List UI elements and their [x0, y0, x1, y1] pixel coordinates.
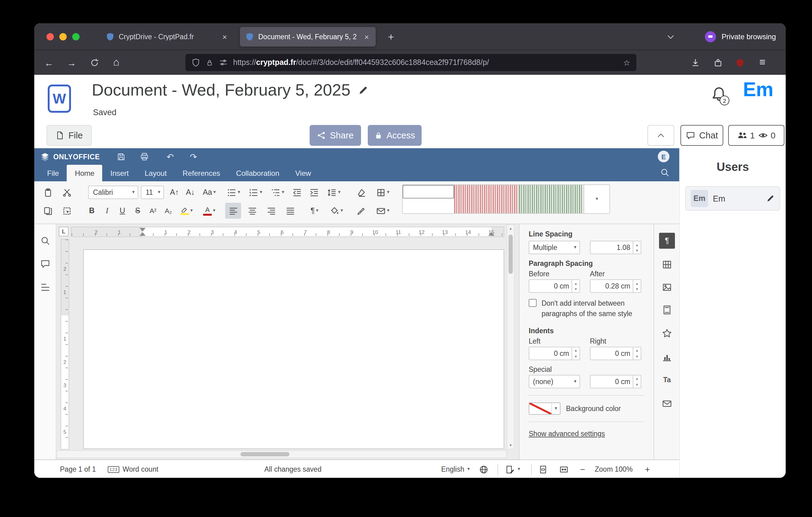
- menu-tab-insert[interactable]: Insert: [103, 165, 137, 181]
- align-left-button[interactable]: [225, 203, 241, 219]
- bold-button[interactable]: B: [84, 203, 100, 219]
- style-preview-normal[interactable]: [403, 185, 454, 198]
- menu-tab-home[interactable]: Home: [67, 165, 103, 181]
- undo-button[interactable]: ↶: [162, 150, 178, 163]
- share-button[interactable]: Share: [310, 125, 361, 146]
- change-case-button[interactable]: Aa▾: [198, 184, 220, 200]
- indent-right-spinner[interactable]: 0 cm▴▾: [590, 346, 641, 360]
- page-indicator[interactable]: Page 1 of 1: [60, 460, 96, 478]
- scroll-down-icon[interactable]: ▾: [507, 442, 514, 449]
- caret-down-icon[interactable]: ▾: [551, 403, 560, 414]
- spin-down-icon[interactable]: ▾: [636, 381, 638, 387]
- image-settings-icon[interactable]: [659, 279, 675, 295]
- file-menu-button[interactable]: File: [47, 125, 92, 146]
- menu-tab-layout[interactable]: Layout: [137, 165, 175, 181]
- increase-font-button[interactable]: A↑: [167, 184, 182, 200]
- strikethrough-button[interactable]: S: [130, 203, 146, 219]
- mail-merge-settings-icon[interactable]: [659, 396, 675, 412]
- underline-button[interactable]: U: [114, 203, 130, 219]
- horizontal-ruler[interactable]: 21123456789101112131415: [71, 227, 504, 237]
- tab-close-icon[interactable]: ×: [221, 32, 228, 42]
- navigation-headings-icon[interactable]: [40, 282, 50, 292]
- bookmark-star-icon[interactable]: ☆: [623, 58, 630, 67]
- vertical-ruler[interactable]: 21123456: [61, 239, 69, 450]
- user-list-item[interactable]: Em Em: [685, 186, 780, 211]
- shape-settings-icon[interactable]: [659, 325, 675, 341]
- track-changes-button[interactable]: ▾: [505, 460, 520, 478]
- spin-up-icon[interactable]: ▴: [636, 348, 638, 353]
- access-button[interactable]: Access: [368, 125, 422, 146]
- url-bar[interactable]: https://cryptpad.fr/doc/#/3/doc/edit/ff0…: [185, 54, 636, 71]
- spin-down-icon[interactable]: ▾: [575, 286, 577, 292]
- scroll-up-icon[interactable]: ▴: [507, 225, 514, 232]
- decrease-font-button[interactable]: A↓: [182, 184, 198, 200]
- align-center-button[interactable]: [244, 203, 260, 219]
- vertical-scrollbar[interactable]: ▴ ▾: [507, 224, 515, 450]
- spin-down-icon[interactable]: ▾: [636, 247, 638, 253]
- window-maximize-button[interactable]: [72, 33, 80, 40]
- advanced-settings-link[interactable]: Show advanced settings: [529, 430, 605, 437]
- menu-tab-references[interactable]: References: [175, 165, 228, 181]
- editor-search-icon[interactable]: [660, 168, 669, 177]
- line-spacing-spinner[interactable]: 1.08▴▾: [590, 241, 641, 254]
- spin-up-icon[interactable]: ▴: [575, 348, 577, 353]
- bullets-button[interactable]: ▾: [223, 184, 245, 200]
- spacing-before-spinner[interactable]: 0 cm▴▾: [529, 279, 580, 293]
- tracking-protection-shield-icon[interactable]: [192, 58, 200, 67]
- vertical-scroll-thumb[interactable]: [509, 235, 513, 274]
- menu-tab-view[interactable]: View: [287, 165, 319, 181]
- collaborator-avatar[interactable]: E: [658, 151, 669, 162]
- ublock-icon[interactable]: [731, 54, 748, 71]
- left-indent-marker[interactable]: [140, 232, 146, 236]
- new-tab-button[interactable]: +: [383, 29, 399, 45]
- reload-button[interactable]: [86, 54, 103, 71]
- copy-style-button[interactable]: [353, 203, 369, 219]
- collapse-toolbar-button[interactable]: [647, 125, 674, 146]
- save-button[interactable]: [113, 150, 129, 163]
- extensions-puzzle-icon[interactable]: [709, 54, 726, 71]
- spin-up-icon[interactable]: ▴: [575, 280, 577, 286]
- font-color-button[interactable]: A▾: [198, 203, 220, 219]
- edit-title-pencil-icon[interactable]: [358, 85, 368, 96]
- window-minimize-button[interactable]: [59, 33, 67, 40]
- home-button[interactable]: ⌂: [108, 54, 125, 71]
- copy-button[interactable]: [40, 203, 56, 219]
- text-art-settings-icon[interactable]: Ta: [659, 372, 675, 388]
- participants-indicator[interactable]: 1 0: [728, 125, 784, 146]
- chart-settings-icon[interactable]: [659, 349, 675, 365]
- fit-width-button[interactable]: [559, 460, 569, 478]
- menu-tab-collaboration[interactable]: Collaboration: [228, 165, 287, 181]
- horizontal-scrollbar[interactable]: [56, 450, 507, 458]
- line-spacing-button[interactable]: ▾: [323, 184, 345, 200]
- word-count-button[interactable]: 123Word count: [108, 460, 158, 478]
- first-line-indent-marker[interactable]: [140, 228, 146, 232]
- tab-document[interactable]: Document - Wed, February 5, 2 ×: [240, 27, 376, 47]
- style-preview-heading[interactable]: [519, 185, 584, 213]
- list-all-tabs-icon[interactable]: [667, 32, 675, 41]
- chat-button[interactable]: Chat: [680, 125, 723, 146]
- tab-close-icon[interactable]: ×: [363, 32, 370, 42]
- nonprinting-characters-button[interactable]: ¶▾: [303, 203, 325, 219]
- zoom-level[interactable]: Zoom 100%: [595, 460, 633, 478]
- comments-icon[interactable]: [40, 259, 50, 269]
- superscript-button[interactable]: A²: [145, 203, 161, 219]
- multilevel-list-button[interactable]: ▾: [267, 184, 289, 200]
- forward-button[interactable]: →: [63, 54, 80, 71]
- italic-button[interactable]: I: [99, 203, 115, 219]
- redo-button[interactable]: ↷: [185, 150, 201, 163]
- decrease-indent-button[interactable]: [289, 184, 305, 200]
- horizontal-scroll-thumb[interactable]: [240, 452, 289, 456]
- special-indent-select[interactable]: (none)▾: [529, 375, 580, 388]
- background-color-picker[interactable]: ▾: [529, 402, 560, 414]
- print-button[interactable]: [137, 150, 152, 163]
- hamburger-menu-icon[interactable]: ≡: [754, 54, 771, 71]
- spellcheck-globe-icon[interactable]: [479, 460, 488, 478]
- spin-down-icon[interactable]: ▾: [636, 353, 638, 359]
- special-indent-spinner[interactable]: 0 cm▴▾: [590, 375, 641, 388]
- paste-button[interactable]: [40, 184, 56, 200]
- zoom-out-button[interactable]: −: [580, 460, 585, 478]
- spin-down-icon[interactable]: ▾: [575, 353, 577, 359]
- permissions-sliders-icon[interactable]: [219, 58, 228, 67]
- indent-left-spinner[interactable]: 0 cm▴▾: [529, 346, 580, 360]
- spin-up-icon[interactable]: ▴: [636, 376, 638, 381]
